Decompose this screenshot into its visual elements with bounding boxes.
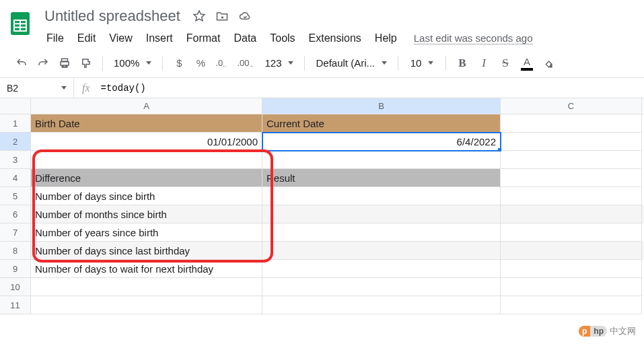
cell-C2[interactable] (501, 133, 642, 151)
menu-extensions[interactable]: Extensions (303, 30, 367, 47)
cell-C4[interactable] (501, 169, 642, 187)
row-header[interactable]: 11 (0, 296, 31, 314)
grid-row: 11 (0, 296, 644, 314)
grid: A B C 1Birth DateCurrent Date201/01/2000… (0, 98, 644, 314)
cell-B11[interactable] (262, 296, 501, 314)
cell-B4[interactable]: Result (262, 169, 501, 187)
formula-input[interactable] (98, 83, 644, 94)
cell-B6[interactable] (262, 205, 501, 223)
cell-C8[interactable] (501, 242, 642, 260)
row-header[interactable]: 8 (0, 242, 31, 260)
grid-row: 6Number of months since birth (0, 205, 644, 223)
strikethrough-button[interactable]: S (496, 54, 515, 73)
cell-A2[interactable]: 01/01/2000 (31, 133, 262, 151)
font-size-dropdown[interactable]: 10 (405, 57, 439, 69)
menu-format[interactable]: Format (180, 30, 227, 47)
cell-A5[interactable]: Number of days since birth (31, 187, 262, 205)
format-percent-button[interactable]: % (191, 54, 210, 73)
grid-row: 10 (0, 278, 644, 296)
star-icon[interactable] (191, 8, 207, 24)
watermark: php 中文网 (579, 325, 636, 337)
row-header[interactable]: 2 (0, 133, 31, 151)
menu-data[interactable]: Data (227, 30, 262, 47)
increase-decimal-button[interactable]: .00→ (234, 54, 258, 73)
decrease-decimal-button[interactable]: .0← (213, 54, 231, 73)
cloud-status-icon[interactable] (237, 8, 253, 24)
zoom-dropdown[interactable]: 100% (110, 57, 155, 69)
grid-row: 3 (0, 151, 644, 169)
name-box[interactable]: B2 (0, 78, 74, 98)
sheets-logo[interactable] (7, 9, 34, 36)
cell-A8[interactable]: Number of days since last birthday (31, 242, 262, 260)
cell-B3[interactable] (262, 151, 501, 169)
cell-A1[interactable]: Birth Date (31, 114, 262, 133)
col-header-c[interactable]: C (501, 98, 642, 114)
menu-view[interactable]: View (103, 30, 138, 47)
menubar: File Edit View Insert Format Data Tools … (40, 28, 637, 48)
cell-C7[interactable] (501, 223, 642, 242)
cell-C9[interactable] (501, 260, 642, 278)
document-title[interactable]: Untitled spreadsheet (40, 6, 184, 26)
print-button[interactable] (55, 54, 74, 73)
cell-C5[interactable] (501, 187, 642, 205)
row-header[interactable]: 9 (0, 260, 31, 278)
grid-row: 1Birth DateCurrent Date (0, 114, 644, 133)
text-color-button[interactable]: A (517, 54, 536, 73)
fill-color-button[interactable] (539, 54, 558, 73)
redo-button[interactable] (34, 54, 52, 73)
cell-A11[interactable] (31, 296, 262, 314)
cell-C6[interactable] (501, 205, 642, 223)
menu-help[interactable]: Help (369, 30, 403, 47)
cell-B7[interactable] (262, 223, 501, 242)
cell-A7[interactable]: Number of years since birth (31, 223, 262, 242)
last-edit-link[interactable]: Last edit was seconds ago (414, 32, 533, 44)
row-header[interactable]: 7 (0, 223, 31, 242)
grid-row: 5Number of days since birth (0, 187, 644, 205)
toolbar: 100% $ % .0← .00→ 123 Default (Ari... 10… (0, 48, 644, 78)
col-header-b[interactable]: B (262, 98, 501, 114)
grid-row: 9Number of days to wait for next birthda… (0, 260, 644, 278)
cell-C3[interactable] (501, 151, 642, 169)
cell-C1[interactable] (501, 114, 642, 133)
grid-row: 4DifferenceResult (0, 169, 644, 187)
cell-A6[interactable]: Number of months since birth (31, 205, 262, 223)
row-header[interactable]: 6 (0, 205, 31, 223)
move-folder-icon[interactable] (214, 8, 230, 24)
row-header[interactable]: 1 (0, 114, 31, 133)
menu-edit[interactable]: Edit (71, 30, 102, 47)
cell-A10[interactable] (31, 278, 262, 296)
cell-B8[interactable] (262, 242, 501, 260)
grid-row: 201/01/20006/4/2022 (0, 133, 644, 151)
bold-button[interactable]: B (453, 54, 472, 73)
more-formats-dropdown[interactable]: 123 (260, 57, 297, 69)
cell-B10[interactable] (262, 278, 501, 296)
menu-tools[interactable]: Tools (264, 30, 301, 47)
cell-B1[interactable]: Current Date (262, 114, 501, 133)
format-currency-button[interactable]: $ (170, 54, 188, 73)
menu-file[interactable]: File (40, 30, 70, 47)
row-header[interactable]: 5 (0, 187, 31, 205)
font-family-dropdown[interactable]: Default (Ari... (312, 57, 391, 69)
cell-B9[interactable] (262, 260, 501, 278)
italic-button[interactable]: I (474, 54, 493, 73)
grid-row: 8Number of days since last birthday (0, 242, 644, 260)
undo-button[interactable] (12, 54, 31, 73)
fx-label: fx (74, 82, 98, 94)
menu-insert[interactable]: Insert (140, 30, 179, 47)
cell-B5[interactable] (262, 187, 501, 205)
cell-A3[interactable] (31, 151, 262, 169)
col-header-a[interactable]: A (31, 98, 262, 114)
row-header[interactable]: 10 (0, 278, 31, 296)
paint-format-button[interactable] (77, 54, 96, 73)
formula-bar: B2 fx (0, 78, 644, 98)
row-header[interactable]: 3 (0, 151, 31, 169)
grid-row: 7Number of years since birth (0, 223, 644, 242)
cell-C10[interactable] (501, 278, 642, 296)
cell-A9[interactable]: Number of days to wait for next birthday (31, 260, 262, 278)
row-header[interactable]: 4 (0, 169, 31, 187)
select-all-corner[interactable] (0, 98, 31, 114)
cell-B2[interactable]: 6/4/2022 (262, 133, 501, 151)
cell-C11[interactable] (501, 296, 642, 314)
cell-A4[interactable]: Difference (31, 169, 262, 187)
